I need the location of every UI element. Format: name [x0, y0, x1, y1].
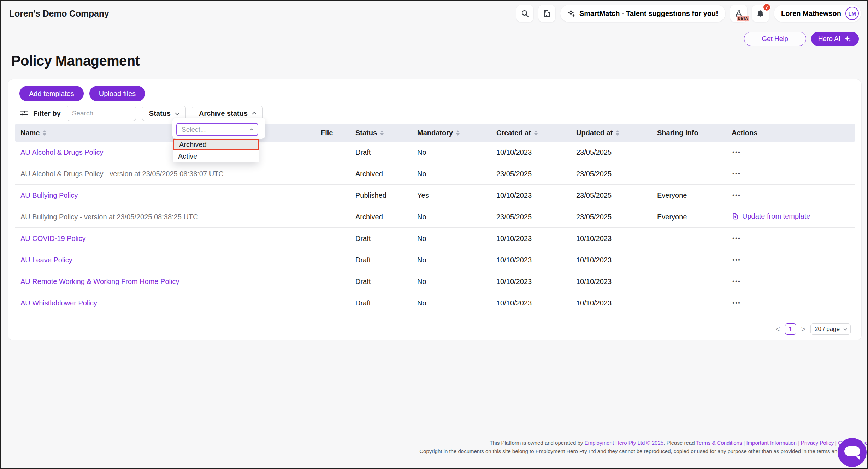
help-actions: Get Help Hero AI: [744, 32, 859, 46]
sort-icon: [380, 130, 384, 136]
option-archived[interactable]: Archived: [173, 139, 259, 150]
created-at-cell: 10/10/2023: [496, 278, 576, 286]
chat-launcher-button[interactable]: [838, 438, 867, 467]
row-actions-menu-button[interactable]: •••: [732, 298, 742, 308]
search-input[interactable]: [67, 106, 136, 121]
row-actions-menu-button[interactable]: •••: [732, 233, 742, 243]
mandatory-cell: No: [417, 213, 496, 221]
footer-line-2: Copyright in the documents on this site …: [419, 447, 868, 456]
labs-button[interactable]: BETA: [730, 5, 747, 22]
policy-name-link[interactable]: AU Remote Working & Working From Home Po…: [20, 278, 179, 285]
search-button[interactable]: [516, 5, 533, 22]
smartmatch-banner[interactable]: SmartMatch - Talent suggestions for you!: [560, 5, 725, 22]
option-active[interactable]: Active: [173, 150, 259, 162]
hero-ai-label: Hero AI: [818, 35, 840, 43]
terms-link[interactable]: Terms & Conditions: [696, 440, 742, 446]
get-help-button[interactable]: Get Help: [744, 32, 806, 46]
archive-status-filter-label: Archive status: [199, 109, 248, 118]
chat-bubble-tail: [856, 456, 860, 460]
mandatory-cell: No: [417, 170, 496, 178]
archive-status-popover: Select... Archived Active: [172, 118, 265, 139]
beta-badge: BETA: [737, 16, 749, 21]
update-from-template-link[interactable]: Update from template: [732, 212, 810, 220]
updated-at-cell: 23/05/2025: [576, 213, 657, 221]
upload-files-button[interactable]: Upload files: [89, 86, 146, 101]
select-placeholder: Select...: [182, 126, 206, 133]
user-name: Loren Mathewson: [781, 10, 841, 18]
top-bar: Loren's Demo Company: [1, 1, 867, 26]
table-row: AU Whistleblower Policy Draft No 10/10/2…: [15, 292, 855, 314]
chevron-down-icon: [175, 111, 179, 115]
notifications-button[interactable]: 7: [752, 5, 769, 22]
important-information-link[interactable]: Important Information: [746, 440, 797, 446]
page-size-select[interactable]: 20 / page: [810, 323, 851, 335]
policies-table: Name File Status Mandatory Created at Up…: [15, 124, 855, 314]
row-actions-menu-button[interactable]: •••: [732, 169, 742, 179]
page-size-label: 20 / page: [815, 326, 840, 333]
policy-name-link[interactable]: AU COVID-19 Policy: [20, 234, 86, 242]
next-page-button[interactable]: >: [801, 325, 806, 333]
previous-page-button[interactable]: <: [775, 325, 781, 333]
updated-at-cell: 10/10/2023: [576, 299, 657, 307]
table-row: AU Remote Working & Working From Home Po…: [15, 271, 855, 292]
archive-status-options: Archived Active: [173, 139, 259, 162]
organisation-button[interactable]: [538, 5, 555, 22]
footer: This Platform is owned and operated by E…: [419, 439, 868, 456]
policy-version-name: AU Bullying Policy - version at 23/05/20…: [20, 213, 198, 221]
table-row: AU COVID-19 Policy Draft No 10/10/2023 1…: [15, 228, 855, 249]
mandatory-cell: No: [417, 299, 496, 307]
policy-name-link[interactable]: AU Whistleblower Policy: [20, 299, 97, 307]
sort-icon: [456, 130, 460, 136]
row-actions-menu-button[interactable]: •••: [732, 255, 742, 265]
created-at-cell: 10/10/2023: [496, 234, 576, 243]
policy-name-link[interactable]: AU Leave Policy: [20, 256, 72, 264]
card-toolbar: Add templates Upload files: [19, 86, 145, 101]
table-row: AU Leave Policy Draft No 10/10/2023 10/1…: [15, 249, 855, 271]
table-header-row: Name File Status Mandatory Created at Up…: [15, 124, 855, 142]
hero-ai-button[interactable]: Hero AI: [811, 32, 859, 46]
employment-hero-link[interactable]: Employment Hero Pty Ltd © 2025: [584, 440, 663, 446]
column-header-mandatory[interactable]: Mandatory: [417, 129, 496, 137]
current-page-button[interactable]: 1: [785, 323, 796, 335]
updated-at-cell: 23/05/2025: [576, 170, 657, 178]
row-actions-menu-button[interactable]: •••: [732, 277, 742, 286]
status-cell: Draft: [355, 278, 417, 286]
row-actions-menu-button[interactable]: •••: [732, 190, 742, 200]
mandatory-cell: No: [417, 148, 496, 156]
chevron-up-icon: [252, 112, 256, 116]
row-actions-menu-button[interactable]: •••: [732, 147, 742, 157]
created-at-cell: 10/10/2023: [496, 256, 576, 264]
table-row: AU Bullying Policy - version at 23/05/20…: [15, 206, 855, 228]
status-cell: Draft: [355, 234, 417, 243]
footer-text: . Please read: [663, 440, 696, 446]
add-templates-button[interactable]: Add templates: [19, 86, 84, 101]
user-menu[interactable]: Loren Mathewson LM: [774, 5, 861, 22]
created-at-cell: 10/10/2023: [496, 191, 576, 200]
column-header-updated-at[interactable]: Updated at: [576, 129, 657, 137]
status-cell: Draft: [355, 299, 417, 307]
privacy-policy-link[interactable]: Privacy Policy: [801, 440, 834, 446]
sort-icon: [43, 130, 46, 136]
filter-by-label: Filter by: [33, 109, 61, 118]
policy-version-name: AU Alcohol & Drugs Policy - version at 2…: [20, 170, 224, 178]
column-header-status[interactable]: Status: [355, 129, 417, 137]
footer-separator: |: [742, 440, 746, 446]
sort-icon: [616, 130, 619, 136]
status-cell: Published: [355, 191, 417, 200]
policy-name-link[interactable]: AU Bullying Policy: [20, 191, 78, 199]
column-header-name[interactable]: Name: [15, 129, 321, 137]
policy-name-link[interactable]: AU Alcohol & Drugs Policy: [20, 148, 104, 156]
footer-text: This Platform is owned and operated by: [490, 440, 584, 446]
filter-sliders-icon: [19, 109, 29, 118]
status-cell: Draft: [355, 148, 417, 156]
table-row: AU Alcohol & Drugs Policy Draft No 10/10…: [15, 142, 855, 163]
mandatory-cell: No: [417, 256, 496, 264]
created-at-cell: 10/10/2023: [496, 148, 576, 156]
column-header-file: File: [321, 129, 355, 137]
column-header-created-at[interactable]: Created at: [496, 129, 576, 137]
policy-card: Add templates Upload files Filter by Sta…: [8, 79, 862, 340]
archive-status-select[interactable]: Select...: [176, 123, 258, 136]
chat-bubble-icon: [844, 446, 860, 456]
avatar: LM: [845, 7, 859, 20]
table-row: AU Bullying Policy Published Yes 10/10/2…: [15, 185, 855, 206]
